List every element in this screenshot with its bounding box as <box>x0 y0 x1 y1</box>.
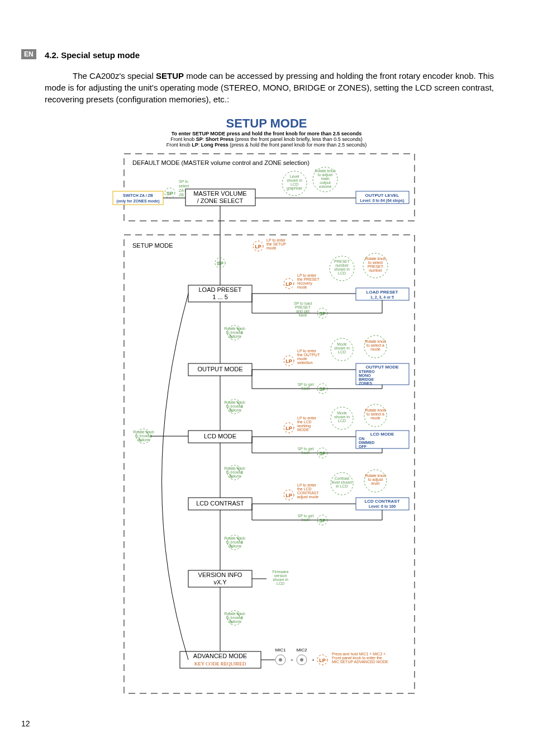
svg-text:Rotate knobto adjustmainoutput: Rotate knobto adjustmainoutputvolume <box>315 169 336 188</box>
flowchart-svg: SP LP DEFAULT MODE (MASTER volume contro… <box>102 151 431 699</box>
svg-text:LP to enterthe LCDCONTRASTadju: LP to enterthe LCDCONTRASTadjust mode <box>297 483 319 499</box>
svg-text:DIMMED: DIMMED <box>359 441 374 445</box>
svg-text:(only for ZONES mode): (only for ZONES mode) <box>117 199 160 204</box>
svg-text:Modeshown inLCD: Modeshown inLCD <box>334 342 350 354</box>
svg-text:Rotate knobto browseoptions: Rotate knobto browseoptions <box>224 612 245 624</box>
svg-text:LOAD PRESET: LOAD PRESET <box>198 286 241 293</box>
svg-text:LCD CONTRAST: LCD CONTRAST <box>364 499 399 504</box>
svg-text:Levelshown inLCDgraphbar: Levelshown inLCDgraphbar <box>287 174 303 191</box>
setup-mode-diagram: SETUP MODE To enter SETUP MODE press and… <box>102 116 431 699</box>
svg-text:LP to enterthe LCDworkingMODE: LP to enterthe LCDworkingMODE <box>297 416 317 432</box>
svg-text:ZONES: ZONES <box>359 381 372 385</box>
svg-text:Rotate knobto browseoptions: Rotate knobto browseoptions <box>224 536 245 549</box>
svg-text:Level: 0 to 64 (64 steps): Level: 0 to 64 (64 steps) <box>360 199 404 203</box>
svg-text:vX.Y: vX.Y <box>213 579 227 585</box>
svg-text:BRIDGE: BRIDGE <box>359 377 374 381</box>
section-title: 4.2. Special setup mode <box>45 50 494 60</box>
svg-text:OUTPUT MODE: OUTPUT MODE <box>197 366 242 372</box>
svg-text:Rotate knobto selectPRESETnumb: Rotate knobto selectPRESETnumber <box>365 257 386 272</box>
svg-text:LCD MODE: LCD MODE <box>204 433 236 440</box>
svg-text:MONO: MONO <box>359 374 371 377</box>
svg-text:LCD MODE: LCD MODE <box>370 432 394 437</box>
svg-text:+: + <box>291 658 293 663</box>
section-body: The CA200z's special SETUP mode can be a… <box>45 70 494 105</box>
svg-text:ON: ON <box>359 437 365 441</box>
svg-text:Level: 0 to 100: Level: 0 to 100 <box>369 504 396 508</box>
svg-text:STEREO: STEREO <box>359 370 375 374</box>
language-badge: EN <box>21 49 36 59</box>
svg-text:OFF: OFF <box>359 445 367 448</box>
svg-text:Rotate knobto select amode: Rotate knobto select amode <box>365 339 386 351</box>
svg-text:LP to enterthe PRESETrecoverym: LP to enterthe PRESETrecoverymode <box>297 273 320 289</box>
svg-text:SWITCH ZA / ZB: SWITCH ZA / ZB <box>123 193 153 197</box>
svg-text:OUTPUT MODE: OUTPUT MODE <box>365 365 399 370</box>
svg-text:Rotate knobto browseoptions: Rotate knobto browseoptions <box>224 466 245 479</box>
svg-text:MASTER VOLUME: MASTER VOLUME <box>193 190 246 197</box>
diagram-title: SETUP MODE <box>102 116 431 131</box>
svg-text:Rotate knobto browseoptions: Rotate knobto browseoptions <box>224 400 245 413</box>
svg-text:SP to getback: SP to getback <box>298 514 314 522</box>
svg-text:1 ... 5: 1 ... 5 <box>212 294 228 300</box>
svg-text:SP to getback: SP to getback <box>298 382 314 390</box>
svg-text:Rotate knobto adjustlevel: Rotate knobto adjustlevel <box>365 474 386 485</box>
page-number: 12 <box>21 719 30 728</box>
diagram-subtitle-1: To enter SETUP MODE press and hold the f… <box>102 131 431 136</box>
svg-text:KEY CODE REQUIRED: KEY CODE REQUIRED <box>194 661 246 667</box>
svg-text:VERSION INFO: VERSION INFO <box>198 571 242 578</box>
svg-text:Rotate knobto select amode: Rotate knobto select amode <box>365 408 386 420</box>
diagram-subtitle-3: Front knob LP: Long Press (press & hold … <box>102 142 431 148</box>
svg-text:LP to enterthe SETUPmode: LP to enterthe SETUPmode <box>266 238 286 250</box>
svg-text:Press and hold MIC1 + MIC2 +Fr: Press and hold MIC1 + MIC2 +Front panel … <box>332 652 388 664</box>
svg-text:MIC2: MIC2 <box>296 648 307 653</box>
svg-text:MIC1: MIC1 <box>275 648 286 653</box>
svg-text:Rotate knobto browseoptions: Rotate knobto browseoptions <box>224 327 245 339</box>
svg-text:LOAD PRESET: LOAD PRESET <box>367 290 398 295</box>
svg-text:Modeshown inLCD: Modeshown inLCD <box>334 411 350 423</box>
diagram-subtitle-2: Front knob SP: Short Press (press the fr… <box>102 136 431 142</box>
svg-text:+: + <box>312 658 315 663</box>
svg-text:Firmwareversionshown inLCD: Firmwareversionshown inLCD <box>272 570 288 585</box>
svg-text:SP to loadPRESETand getback: SP to loadPRESETand getback <box>294 301 312 317</box>
svg-text:Contrastlevel shownin LCD: Contrastlevel shownin LCD <box>332 476 353 488</box>
svg-text:OUTPUT LEVEL: OUTPUT LEVEL <box>365 193 399 198</box>
svg-text:PRESETnumbershown inLCD: PRESETnumbershown inLCD <box>334 259 350 275</box>
svg-text:SETUP MODE: SETUP MODE <box>132 242 173 249</box>
svg-rect-25 <box>124 235 415 693</box>
svg-text:DEFAULT MODE (MASTER volume co: DEFAULT MODE (MASTER volume control and … <box>132 159 310 166</box>
svg-text:LCD CONTRAST: LCD CONTRAST <box>196 500 244 507</box>
svg-text:1, 2, 3, 4 or 5: 1, 2, 3, 4 or 5 <box>370 295 394 300</box>
svg-text:ADVANCED MODE: ADVANCED MODE <box>193 653 247 659</box>
svg-text:SP to getback: SP to getback <box>298 447 314 455</box>
svg-text:LP to enterthe OUTPUTmodeselec: LP to enterthe OUTPUTmodeselection <box>297 349 320 365</box>
svg-text:/ ZONE SELECT: / ZONE SELECT <box>197 197 244 204</box>
